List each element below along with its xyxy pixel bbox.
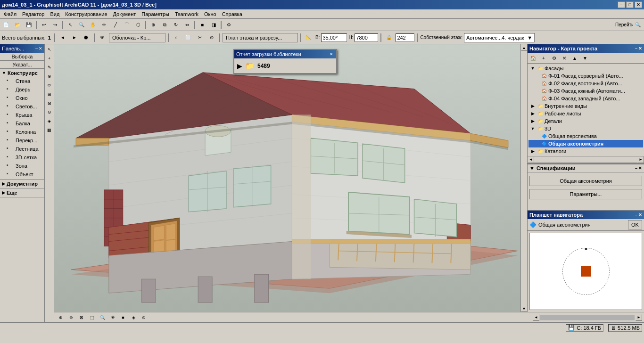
tb-shape[interactable]: ⬟	[81, 33, 91, 42]
side-btn-3[interactable]: ✎	[45, 63, 54, 72]
tb-zoom[interactable]: 🔍	[76, 20, 87, 30]
angle-h-input[interactable]	[355, 33, 378, 42]
bottom-btn-3[interactable]: ⊠	[77, 313, 86, 322]
planshet-ok-btn[interactable]: OK	[628, 220, 642, 229]
tb-clip[interactable]: ✂	[195, 33, 205, 42]
panel-close-btn[interactable]: ✕	[39, 46, 42, 51]
scroll-up-btn[interactable]: ▲	[521, 44, 528, 51]
side-btn-10[interactable]: ▦	[45, 126, 54, 134]
tb-poly[interactable]: ⬡	[133, 20, 143, 30]
tb-new[interactable]: 📄	[1, 20, 11, 30]
tb-find[interactable]: 🔍	[633, 20, 643, 30]
menu-help[interactable]: Справка	[219, 10, 245, 18]
panel-item-wall[interactable]: ▪ Стена	[1, 77, 43, 85]
tb-move[interactable]: ⊕	[148, 20, 158, 30]
nav-scroll-right[interactable]: ►	[637, 156, 644, 163]
nav-close-btn[interactable]: ✕	[638, 46, 642, 51]
tb-lock[interactable]: 🔒	[384, 33, 394, 42]
specs-axon-btn[interactable]: Общая аксонометрия	[529, 176, 642, 186]
planshet-close-btn[interactable]: ✕	[638, 212, 642, 217]
planshet-canvas[interactable]	[529, 233, 642, 310]
tb-open[interactable]: 📂	[12, 20, 23, 30]
specs-close-btn[interactable]: ✕	[638, 166, 642, 171]
specs-params-btn[interactable]: Параметры...	[529, 189, 642, 199]
maximize-button[interactable]: □	[626, 1, 634, 8]
tree-item-facade2[interactable]: 🏠 Ф-02 Фасад восточный (Авто...	[528, 80, 643, 87]
tree-item-catalogs[interactable]: ▶ 📁 Каталоги	[528, 147, 643, 155]
tb-line[interactable]: ╱	[110, 20, 121, 30]
side-btn-2[interactable]: +	[45, 54, 54, 63]
tb-circ[interactable]: ⊙	[206, 33, 217, 42]
tb-rotate[interactable]: ↻	[171, 20, 181, 30]
bottom-btn-8[interactable]: ◈	[129, 313, 138, 322]
panel-item-object[interactable]: ▪ Объект	[1, 170, 43, 179]
bottom-btn-2[interactable]: ⊖	[66, 313, 76, 322]
panel-item-slab[interactable]: ▪ Перекр...	[1, 136, 43, 145]
bottom-btn-1[interactable]: ⊕	[56, 313, 66, 322]
library-dialog-close[interactable]: ✕	[329, 52, 334, 57]
tb-copy[interactable]: ⧉	[159, 20, 170, 30]
floor-dropdown[interactable]: Автоматичес...4. чердак ▼	[464, 33, 535, 42]
panel-item-mesh[interactable]: ▪ 3D-сетка	[1, 153, 43, 162]
minimize-button[interactable]: –	[618, 1, 625, 8]
menu-view[interactable]: Вид	[47, 10, 62, 18]
tree-item-axon[interactable]: 🔷 Общая аксонометрия	[528, 140, 643, 147]
nav-btn-home[interactable]: 🏠	[528, 54, 538, 62]
nav-minimize-btn[interactable]: –	[635, 46, 637, 51]
panel-item-door[interactable]: ▪ Дверь	[1, 85, 43, 94]
side-btn-5[interactable]: ⟳	[45, 81, 54, 90]
panel-item-beam[interactable]: ▪ Балка	[1, 119, 43, 128]
side-btn-9[interactable]: ◈	[45, 117, 54, 125]
bottom-btn-9[interactable]: ⊙	[139, 313, 149, 322]
menu-teamwork[interactable]: Teamwork	[172, 10, 201, 18]
scroll-left-btn[interactable]: ◄	[533, 314, 539, 321]
tree-item-innerviews[interactable]: ▶ 📁 Внутренние виды	[528, 102, 643, 110]
panel-item-stair[interactable]: ▪ Лестница	[1, 145, 43, 153]
tb-undo[interactable]: ↩	[39, 20, 49, 30]
panel-minimize-btn[interactable]: –	[35, 46, 38, 51]
tb-redo[interactable]: ↪	[50, 20, 60, 30]
panel-section-more-header[interactable]: ▶ Еще	[1, 189, 43, 196]
bottom-btn-7[interactable]: ■	[118, 313, 128, 322]
nav-btn-delete[interactable]: ✕	[560, 54, 569, 62]
nav-btn-up[interactable]: ▲	[570, 54, 579, 62]
panel-item-column[interactable]: ▪ Колонна	[1, 128, 43, 136]
panel-item-skylight[interactable]: ▪ Светов...	[1, 102, 43, 111]
side-btn-4[interactable]: ⊗	[45, 72, 54, 81]
specs-minimize-btn[interactable]: –	[635, 166, 637, 171]
panel-item-zone[interactable]: ▪ Зона	[1, 162, 43, 170]
side-btn-1[interactable]: ↖	[45, 45, 54, 54]
tb-3d[interactable]: ■	[197, 20, 207, 30]
tree-item-details[interactable]: ▶ 📁 Детали	[528, 117, 643, 125]
menu-file[interactable]: Файл	[1, 10, 19, 18]
scroll-right-btn[interactable]: ►	[636, 314, 642, 321]
tb-roof[interactable]: ⌂	[171, 33, 182, 42]
panel-section-construct-header[interactable]: ▼ Конструирс	[1, 69, 43, 77]
bottom-btn-4[interactable]: ⬚	[87, 313, 97, 322]
navigator-scrollbar-h[interactable]: ◄ ►	[528, 156, 644, 163]
scroll-track-h[interactable]	[540, 315, 635, 320]
tb-arrow-right[interactable]: ►	[69, 33, 80, 42]
nav-btn-down[interactable]: ▼	[580, 54, 590, 62]
bottom-btn-5[interactable]: 🔍	[98, 313, 107, 322]
tb-pan[interactable]: ✋	[88, 20, 98, 30]
3d-viewport[interactable]: Отчет загрузки библиотеки ✕ ▶ 📁 5489	[54, 44, 520, 312]
tree-item-worksheets[interactable]: ▶ 📁 Рабочие листы	[528, 110, 643, 117]
side-btn-6[interactable]: ⊞	[45, 90, 54, 98]
tree-item-facades[interactable]: ▼ 📁 Фасады	[528, 65, 643, 72]
panel-section-docs-header[interactable]: ▶ Документир	[1, 180, 43, 188]
scroll-down-btn[interactable]: ▼	[521, 305, 528, 312]
panel-item-roof[interactable]: ▪ Крыша	[1, 111, 43, 119]
tree-item-3d[interactable]: ▼ 📁 3D	[528, 125, 643, 132]
panel-item-window[interactable]: ▪ Окно	[1, 94, 43, 102]
menu-window[interactable]: Окно	[201, 10, 219, 18]
tb-render[interactable]: ◨	[208, 20, 219, 30]
tb-arc[interactable]: ⌒	[122, 20, 132, 30]
tb-select[interactable]: ↖	[65, 20, 75, 30]
tree-item-facade4[interactable]: 🏠 Ф-04 Фасад западный (Авто...	[528, 95, 643, 102]
tb-save[interactable]: 💾	[24, 20, 34, 30]
side-btn-8[interactable]: ⊙	[45, 108, 54, 116]
tb-settings[interactable]: ⚙	[223, 20, 234, 30]
planshet-minimize-btn[interactable]: –	[635, 212, 637, 217]
tb-pencil[interactable]: ✏	[99, 20, 109, 30]
